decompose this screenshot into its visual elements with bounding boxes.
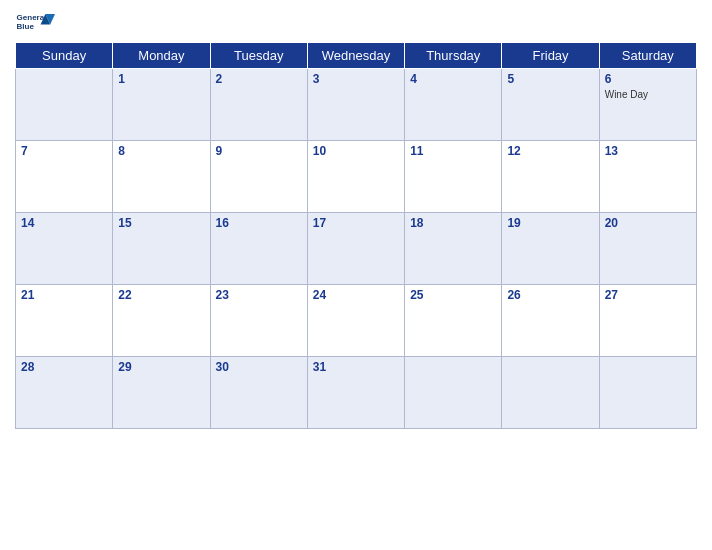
calendar-cell: 28 — [16, 357, 113, 429]
calendar-cell: 31 — [307, 357, 404, 429]
day-number: 22 — [118, 288, 204, 302]
calendar-cell: 6Wine Day — [599, 69, 696, 141]
day-number: 24 — [313, 288, 399, 302]
calendar-cell: 5 — [502, 69, 599, 141]
calendar-cell: 18 — [405, 213, 502, 285]
calendar-cell: 30 — [210, 357, 307, 429]
day-number: 30 — [216, 360, 302, 374]
calendar-container: General Blue SundayMondayTuesdayWednesda… — [0, 0, 712, 550]
week-row-1: 123456Wine Day — [16, 69, 697, 141]
day-number: 3 — [313, 72, 399, 86]
calendar-cell: 22 — [113, 285, 210, 357]
calendar-cell: 16 — [210, 213, 307, 285]
calendar-cell: 11 — [405, 141, 502, 213]
day-number: 26 — [507, 288, 593, 302]
weekday-header-friday: Friday — [502, 43, 599, 69]
calendar-table: SundayMondayTuesdayWednesdayThursdayFrid… — [15, 42, 697, 429]
calendar-cell: 8 — [113, 141, 210, 213]
weekday-header-row: SundayMondayTuesdayWednesdayThursdayFrid… — [16, 43, 697, 69]
calendar-cell: 17 — [307, 213, 404, 285]
calendar-cell: 12 — [502, 141, 599, 213]
day-number: 5 — [507, 72, 593, 86]
day-number: 16 — [216, 216, 302, 230]
day-number: 4 — [410, 72, 496, 86]
day-number: 15 — [118, 216, 204, 230]
calendar-cell: 15 — [113, 213, 210, 285]
logo-icon: General Blue — [15, 10, 55, 38]
weekday-header-tuesday: Tuesday — [210, 43, 307, 69]
weekday-header-monday: Monday — [113, 43, 210, 69]
weekday-header-sunday: Sunday — [16, 43, 113, 69]
calendar-cell: 20 — [599, 213, 696, 285]
logo-area: General Blue — [15, 10, 55, 38]
weekday-header-wednesday: Wednesday — [307, 43, 404, 69]
day-number: 18 — [410, 216, 496, 230]
day-number: 21 — [21, 288, 107, 302]
day-number: 7 — [21, 144, 107, 158]
calendar-cell: 25 — [405, 285, 502, 357]
day-number: 10 — [313, 144, 399, 158]
day-number: 19 — [507, 216, 593, 230]
day-number: 2 — [216, 72, 302, 86]
week-row-5: 28293031 — [16, 357, 697, 429]
svg-text:Blue: Blue — [17, 22, 35, 31]
day-number: 27 — [605, 288, 691, 302]
calendar-cell: 14 — [16, 213, 113, 285]
holiday-label: Wine Day — [605, 88, 691, 101]
calendar-cell: 29 — [113, 357, 210, 429]
calendar-cell: 13 — [599, 141, 696, 213]
day-number: 17 — [313, 216, 399, 230]
day-number: 28 — [21, 360, 107, 374]
calendar-cell: 10 — [307, 141, 404, 213]
calendar-cell: 1 — [113, 69, 210, 141]
week-row-3: 14151617181920 — [16, 213, 697, 285]
calendar-cell: 4 — [405, 69, 502, 141]
day-number: 6 — [605, 72, 691, 86]
day-number: 9 — [216, 144, 302, 158]
day-number: 20 — [605, 216, 691, 230]
calendar-cell: 2 — [210, 69, 307, 141]
day-number: 14 — [21, 216, 107, 230]
calendar-cell: 3 — [307, 69, 404, 141]
weekday-header-saturday: Saturday — [599, 43, 696, 69]
weekday-header-thursday: Thursday — [405, 43, 502, 69]
calendar-cell: 9 — [210, 141, 307, 213]
day-number: 13 — [605, 144, 691, 158]
calendar-cell — [16, 69, 113, 141]
calendar-cell: 23 — [210, 285, 307, 357]
day-number: 11 — [410, 144, 496, 158]
calendar-header: General Blue — [15, 10, 697, 38]
calendar-cell — [599, 357, 696, 429]
day-number: 12 — [507, 144, 593, 158]
day-number: 23 — [216, 288, 302, 302]
day-number: 31 — [313, 360, 399, 374]
svg-text:General: General — [17, 13, 47, 22]
calendar-cell: 24 — [307, 285, 404, 357]
day-number: 8 — [118, 144, 204, 158]
calendar-cell: 19 — [502, 213, 599, 285]
calendar-cell: 26 — [502, 285, 599, 357]
calendar-cell — [405, 357, 502, 429]
calendar-cell: 27 — [599, 285, 696, 357]
calendar-cell: 7 — [16, 141, 113, 213]
day-number: 1 — [118, 72, 204, 86]
day-number: 25 — [410, 288, 496, 302]
week-row-2: 78910111213 — [16, 141, 697, 213]
day-number: 29 — [118, 360, 204, 374]
calendar-cell: 21 — [16, 285, 113, 357]
calendar-cell — [502, 357, 599, 429]
week-row-4: 21222324252627 — [16, 285, 697, 357]
